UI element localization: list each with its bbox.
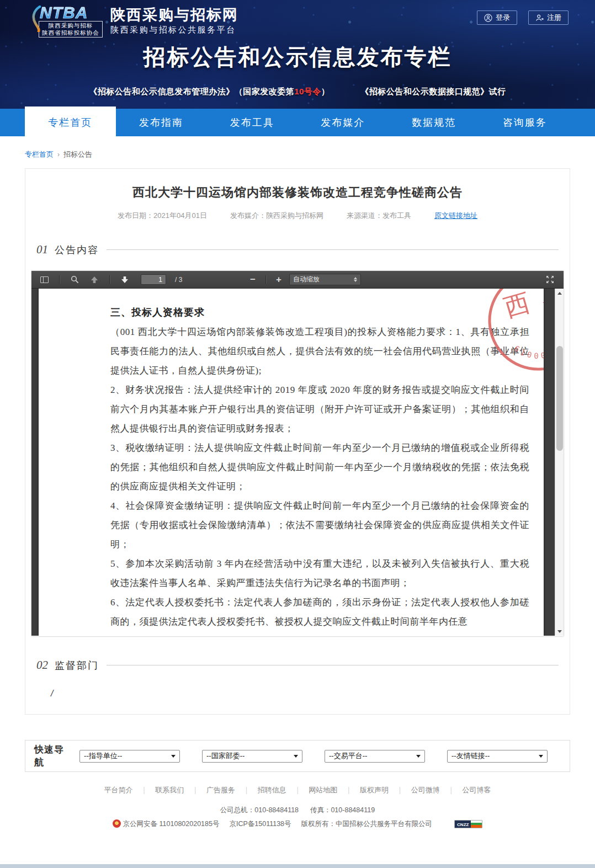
footer-info: 公司总机：010-88484118 传真：010-88484119 京公网安备 … <box>0 804 595 830</box>
nav-tab[interactable]: 咨询服务 <box>479 109 570 136</box>
police-badge-icon <box>113 819 121 828</box>
footer-link[interactable]: 网站地图 <box>309 785 360 795</box>
select-value: --国家部委-- <box>206 751 294 761</box>
article-meta: 发布日期：2021年04月01日发布媒介：陕西采购与招标网来源渠道：发布工具 原… <box>25 211 570 221</box>
footer-link[interactable]: 版权声明 <box>360 785 411 795</box>
user-icon <box>484 14 492 22</box>
chevron-down-icon <box>294 755 298 758</box>
zoom-level-value: 自动缩放 <box>293 275 354 284</box>
svg-text:西: 西 <box>501 289 533 322</box>
footer-link[interactable]: 平台简介 <box>104 785 155 795</box>
zoom-out-button[interactable]: − <box>246 273 260 286</box>
main-nav: 专栏首页 发布指南 发布工具 发布媒介 数据规范 咨询服务 <box>0 109 595 136</box>
quick-nav-label: 快速导航 <box>34 743 70 769</box>
user-plus-icon <box>535 14 544 22</box>
select-spinner-icon <box>354 277 357 282</box>
zoom-in-button[interactable]: + <box>272 273 286 286</box>
quick-nav-select[interactable]: --交易平台-- <box>325 750 425 763</box>
banner-title: 招标公告和公示信息发布专栏 <box>0 42 595 72</box>
page-title: 西北大学十四运场馆内部装修装饰改造工程竞争性磋商公告 <box>25 184 570 201</box>
zoom-level-select[interactable]: 自动缩放 <box>289 274 361 285</box>
login-label: 登录 <box>496 13 510 23</box>
nav-tab[interactable]: 专栏首页 <box>25 106 116 139</box>
icp-number[interactable]: 京ICP备15011138号 <box>229 818 291 830</box>
footer-contact-line: 公司总机：010-88484118 传真：010-88484119 <box>0 804 595 817</box>
pdf-scrollbar <box>555 289 564 636</box>
pdf-paragraph: 3、税收缴纳证明：法人提供响应文件截止时间前一年内至少一个月已缴纳的增值税或企业… <box>110 438 529 496</box>
logo-caption: 陕西采购与招标 陕西省招标投标协会 <box>39 21 103 38</box>
footer-link[interactable]: 广告服务 <box>206 785 258 795</box>
site-name: 陕西采购与招标网 <box>110 7 238 23</box>
site-names: 陕西采购与招标网 陕西采购与招标公共服务平台 <box>110 7 238 35</box>
page-number-input[interactable] <box>141 274 166 285</box>
footer-link[interactable]: 公司博客 <box>463 785 491 795</box>
cnzz-stripes-icon <box>471 821 482 828</box>
chevron-down-icon <box>416 755 421 758</box>
arrow-up-icon <box>91 276 98 284</box>
pdf-doc-heading: 三、投标人资格要求 <box>110 303 529 322</box>
nav-tabs: 专栏首页 发布指南 发布工具 发布媒介 数据规范 咨询服务 <box>25 109 570 136</box>
nav-tab-label: 数据规范 <box>412 117 456 128</box>
section-01-heading: 01 公告内容 <box>36 243 559 257</box>
toolbar-divider <box>109 275 110 284</box>
fullscreen-icon <box>546 275 554 284</box>
plus-icon: + <box>276 275 281 284</box>
meta-items: 发布日期：2021年04月01日发布媒介：陕西采购与招标网来源渠道：发布工具 <box>118 211 411 221</box>
cnzz-stat-badge[interactable]: CNZZ <box>454 820 482 828</box>
zoom-controls: − + 自动缩放 <box>246 273 361 286</box>
meta-item: 发布媒介：陕西采购与招标网 <box>230 211 323 221</box>
scroll-up-button[interactable] <box>555 289 564 297</box>
scrollbar-thumb[interactable] <box>556 346 563 451</box>
auth-buttons: 登录 注册 <box>477 10 569 25</box>
footer-link[interactable]: 公司微博 <box>411 785 463 795</box>
quick-nav-select[interactable]: --友情链接-- <box>447 750 548 763</box>
toolbar-right <box>543 273 557 286</box>
triangle-down-icon <box>557 630 562 633</box>
previous-page-button[interactable] <box>87 273 102 286</box>
cnzz-label: CNZZ <box>455 821 471 828</box>
banner-subtitle-right: 《招标公告和公示数据接口规范》试行 <box>360 87 506 97</box>
site-logo[interactable]: NTBA 陕西采购与招标 陕西省招标投标协会 陕西采购与招标网 陕西采购与招标公… <box>32 4 238 38</box>
page-footer: 平台简介联系我们广告服务招聘信息网站地图版权声明公司微博公司博客 公司总机：01… <box>0 772 595 830</box>
triangle-up-icon <box>557 292 562 295</box>
banner-subtitle-left: 《招标公告和公示信息发布管理办法》（国家发改委第10号令） <box>89 87 330 97</box>
find-button[interactable] <box>67 273 82 286</box>
footer-link[interactable]: 联系我们 <box>155 785 206 795</box>
breadcrumb-home-link[interactable]: 专栏首页 <box>25 150 54 159</box>
scroll-down-button[interactable] <box>555 627 564 636</box>
nav-tab-label: 发布工具 <box>230 117 274 128</box>
search-icon <box>71 275 79 284</box>
nav-tab[interactable]: 发布指南 <box>116 109 207 136</box>
logo-mark: NTBA 陕西采购与招标 陕西省招标投标协会 <box>32 4 103 38</box>
sidebar-toggle-button[interactable] <box>37 273 51 286</box>
pdf-doc-body: （001 西北大学十四运场馆内部装修装饰改造工程项目)的投标人资格能力要求：1、… <box>110 322 529 631</box>
section-divider-line <box>107 249 559 250</box>
fullscreen-button[interactable] <box>543 273 557 286</box>
select-value: --指导单位-- <box>84 751 171 761</box>
meta-item: 来源渠道：发布工具 <box>347 211 411 221</box>
footer-link[interactable]: 招聘信息 <box>258 785 309 795</box>
login-button[interactable]: 登录 <box>477 10 517 25</box>
toolbar-divider <box>59 275 60 284</box>
police-number: 京公网安备 11010802020185号 <box>123 820 220 828</box>
quick-nav-select[interactable]: --指导单位-- <box>79 750 180 763</box>
register-button[interactable]: 注册 <box>528 10 569 25</box>
logo-caption-line2: 陕西省招标投标协会 <box>42 29 99 36</box>
quick-nav-select[interactable]: --国家部委-- <box>202 750 302 763</box>
chevron-down-icon <box>171 755 176 758</box>
pdf-paragraph: 5、参加本次采购活动前 3 年内在经营活动中没有重大违纪，以及未被列入失信被执行… <box>110 554 529 593</box>
pdf-page: 6100000048 西 三、投标人资格要求 （001 西北大学十四运场馆内部装… <box>39 289 544 636</box>
nav-tab[interactable]: 发布工具 <box>206 109 298 136</box>
next-page-button[interactable] <box>118 273 132 286</box>
nav-tab[interactable]: 发布媒介 <box>298 109 389 136</box>
copyright-text: 版权所有：中国招标公共服务平台有限公司 <box>301 818 433 830</box>
nav-tab-label: 发布指南 <box>139 117 183 128</box>
nav-tab[interactable]: 数据规范 <box>389 109 480 136</box>
meta-item: 发布日期：2021年04月01日 <box>118 211 207 221</box>
banner-sub-suffix: ） <box>321 87 330 96</box>
origin-link[interactable]: 原文链接地址 <box>434 211 477 221</box>
page-count-label: / 3 <box>175 276 182 284</box>
pdf-paragraph: 2、财务状况报告：法人提供经审计的 2019 年度或 2020 年度的财务报告或… <box>110 380 529 438</box>
select-value: --友情链接-- <box>451 751 539 761</box>
chevron-down-icon <box>539 755 543 758</box>
